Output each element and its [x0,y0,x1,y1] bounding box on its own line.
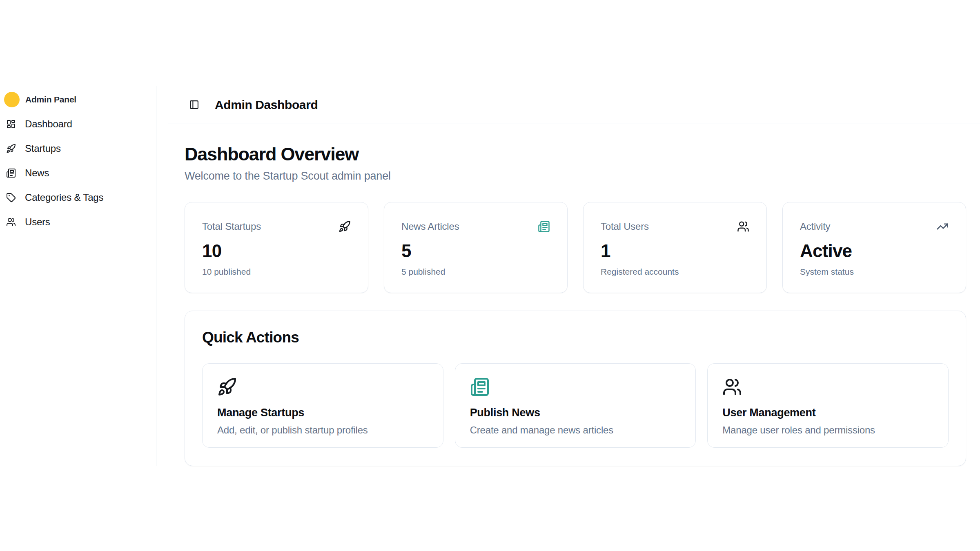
stat-value: 5 [401,241,550,261]
action-card-publish-news[interactable]: Publish News Create and manage news arti… [455,363,696,448]
action-title: Publish News [470,407,681,419]
sidebar-item-startups[interactable]: Startups [4,136,148,161]
brand: Admin Panel [4,90,148,109]
page-title: Dashboard Overview [185,144,966,165]
stat-label: Total Users [601,221,649,232]
stat-sub: System status [800,267,949,277]
sidebar-item-news[interactable]: News [4,161,148,185]
sidebar-item-label: Users [25,216,50,228]
rocket-icon [339,220,351,233]
header-title: Admin Dashboard [215,98,318,112]
users-icon [722,377,742,397]
stat-sub: Registered accounts [601,267,749,277]
stat-card-news-articles: News Articles 5 5 published [384,202,568,293]
main-area: Admin Dashboard Dashboard Overview Welco… [168,86,980,466]
sidebar-item-label: Dashboard [25,118,72,130]
stat-label: Total Startups [202,221,261,232]
sidebar-item-users[interactable]: Users [4,210,148,234]
content: Dashboard Overview Welcome to the Startu… [168,124,980,466]
stat-sub: 10 published [202,267,351,277]
sidebar-item-label: News [25,167,49,179]
stat-value: 1 [601,241,749,261]
action-description: Manage user roles and permissions [722,424,933,436]
tag-icon [6,193,16,202]
action-title: Manage Startups [217,407,428,419]
stat-sub: 5 published [401,267,550,277]
newspaper-icon [470,377,490,397]
sidebar: Admin Panel Dashboard Startups News Cate [0,86,156,466]
sidebar-item-categories-tags[interactable]: Categories & Tags [4,185,148,210]
stat-value: 10 [202,241,351,261]
quick-actions-panel: Quick Actions Manage Startups Add, edit,… [185,311,966,466]
brand-logo-circle [4,92,20,107]
users-icon [6,217,16,227]
action-card-user-management[interactable]: User Management Manage user roles and pe… [707,363,949,448]
sidebar-item-dashboard[interactable]: Dashboard [4,112,148,136]
stat-value: Active [800,241,949,261]
action-description: Add, edit, or publish startup profiles [217,424,428,436]
sidebar-item-label: Startups [25,143,61,154]
rocket-icon [6,144,16,153]
quick-actions-title: Quick Actions [202,329,949,346]
stat-label: News Articles [401,221,459,232]
main-header: Admin Dashboard [168,86,980,124]
trending-up-icon [936,220,949,233]
admin-app: Admin Panel Dashboard Startups News Cate [0,86,980,466]
layout-dashboard-icon [6,119,16,129]
rocket-icon [217,377,237,397]
stats-grid: Total Startups 10 10 published News Arti… [185,202,966,293]
sidebar-item-label: Categories & Tags [25,192,103,203]
action-description: Create and manage news articles [470,424,681,436]
action-title: User Management [722,407,933,419]
sidebar-toggle-button[interactable] [189,100,199,110]
users-icon [737,220,749,233]
page-subtitle: Welcome to the Startup Scout admin panel [185,170,966,182]
newspaper-icon [6,168,16,178]
brand-name: Admin Panel [25,95,76,104]
stat-label: Activity [800,221,830,232]
quick-actions-grid: Manage Startups Add, edit, or publish st… [202,363,949,448]
stat-card-total-startups: Total Startups 10 10 published [185,202,368,293]
action-card-manage-startups[interactable]: Manage Startups Add, edit, or publish st… [202,363,443,448]
stat-card-total-users: Total Users 1 Registered accounts [583,202,767,293]
newspaper-icon [538,220,550,233]
stat-card-activity: Activity Active System status [782,202,966,293]
panel-left-icon [189,100,199,110]
